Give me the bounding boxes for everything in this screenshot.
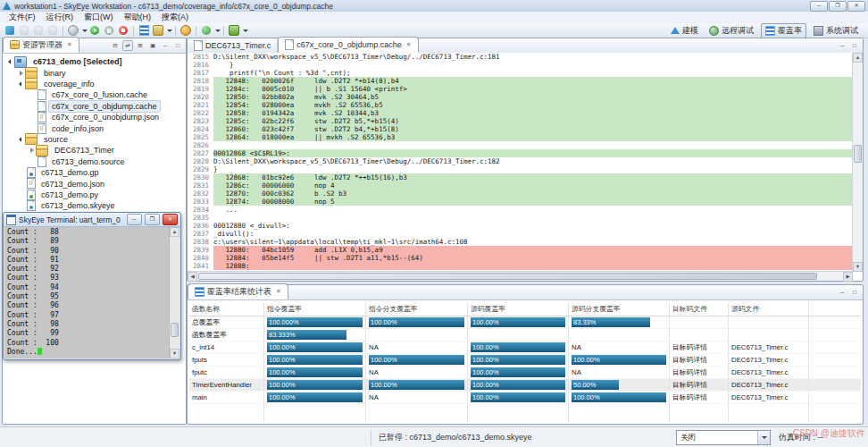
tree-item-source[interactable]: source — [3, 134, 186, 145]
menu-item-r[interactable]: 运行(R) — [41, 12, 79, 23]
expanded-arrow-icon[interactable] — [17, 82, 25, 86]
collapse-all-icon[interactable]: ⊟ — [110, 40, 121, 51]
expanded-arrow-icon[interactable] — [17, 138, 25, 141]
vscroll-thumb[interactable] — [854, 145, 862, 163]
minimize-view-icon[interactable]: ─ — [160, 40, 171, 51]
minimize-editor-icon[interactable]: ─ — [837, 40, 847, 51]
chevron-down-icon[interactable] — [757, 431, 770, 444]
editor-tab-dec6713_timer-c[interactable]: DEC6713_Timer.c — [188, 38, 278, 53]
mode-dropdown[interactable]: 关闭 — [676, 430, 771, 445]
tree-item-c67x_core_0_objdump-cache[interactable]: c67x_core_0_objdump.cache — [3, 101, 186, 112]
menu-item-w[interactable]: 窗口(W) — [79, 12, 119, 23]
terminal-minimize-button[interactable]: ─ — [127, 214, 142, 225]
tree-item-c6713_demo-gp[interactable]: c6713_demo.gp — [3, 167, 186, 178]
terminal-scroll-thumb[interactable] — [171, 323, 179, 337]
tree-item-c6713_demo-json[interactable]: c6713_demo.json — [3, 178, 186, 189]
table-row-main[interactable]: main100.00%NA100.00%100.00%目标码详情DEC6713_… — [189, 392, 861, 404]
perspective-modeling[interactable]: 建模 — [667, 24, 702, 38]
column-header-5[interactable]: 目标码文件 — [670, 302, 729, 316]
run-icon[interactable] — [88, 25, 102, 37]
column-header-3[interactable]: 源码覆盖率 — [468, 302, 569, 316]
pause-icon[interactable] — [103, 25, 116, 37]
hscroll-thumb[interactable] — [198, 273, 817, 280]
tree-item-coverage_info[interactable]: coverage_info — [3, 79, 186, 89]
tree-item-c6713_demo-skyeye[interactable]: c6713_demo.skyeye — [3, 200, 186, 211]
expand-icon[interactable]: ⊞ — [135, 40, 146, 51]
close-button[interactable]: ✕ — [847, 1, 865, 12]
link-with-editor-icon[interactable]: ⇄ — [122, 40, 133, 51]
step-mode-dropdown-icon[interactable] — [81, 25, 88, 37]
terminal-restore-button[interactable]: ❐ — [145, 214, 160, 225]
tab-resource-explorer[interactable]: 资源管理器 ✕ — [3, 37, 79, 53]
tree-item-c67x_core_0_unobjdump-json[interactable]: c67x_core_0_unobjdump.json — [3, 112, 186, 122]
tree-item-c6713_demo-selected-[interactable]: c6713_demo [Selected] — [3, 56, 186, 67]
tree-item-binary[interactable]: binary — [3, 67, 186, 78]
editor-vertical-scrollbar[interactable]: ▲ ▼ — [852, 53, 863, 272]
menu-item-f[interactable]: 文件(F) — [4, 12, 41, 23]
tree-item-c67x_core_0_fusion-cache[interactable]: c67x_core_0_fusion.cache — [3, 89, 186, 100]
close-icon[interactable]: ✕ — [276, 288, 281, 295]
minimize-button[interactable]: ─ — [810, 1, 828, 12]
column-header-7[interactable] — [809, 302, 861, 316]
terminal-close-button[interactable]: ✕ — [163, 214, 178, 225]
table-row-timereventhandler[interactable]: TimerEventHandler100.00%100.00%100.00%50… — [189, 379, 861, 392]
collapsed-arrow-icon[interactable] — [17, 71, 25, 76]
menu-item-h[interactable]: 帮助(H) — [119, 12, 157, 23]
maximize-editor-icon[interactable]: □ — [849, 40, 860, 51]
maximize-view-icon[interactable]: □ — [172, 40, 183, 51]
terminal-body[interactable]: Count : 88Count : 89Count : 90Count : 91… — [4, 227, 179, 358]
scroll-up-icon[interactable]: ▲ — [853, 53, 863, 63]
scroll-left-icon[interactable]: ◀ — [188, 272, 197, 282]
skyeye-terminal-window[interactable]: SkyEye Terminal: uart_term_0 ─ ❐ ✕ Count… — [3, 212, 181, 360]
coverage-icon[interactable] — [138, 25, 151, 37]
perspective-coverage[interactable]: 覆盖率 — [761, 23, 806, 38]
column-header-6[interactable]: 源码文件 — [729, 302, 809, 316]
scroll-down-icon[interactable]: ▼ — [170, 349, 179, 358]
scroll-down-icon[interactable]: ▼ — [853, 262, 863, 272]
scroll-right-icon[interactable]: ▶ — [843, 272, 853, 282]
filter-icon[interactable]: ▣ — [147, 40, 158, 51]
editor-tab-c67x_core_0_objdump-cache[interactable]: c67x_core_0_objdump.cache✕ — [278, 37, 418, 53]
perspective-remote-debug[interactable]: 远程调试 — [705, 24, 757, 38]
table-row--[interactable]: 总覆盖率100.000%100.00%100.00%83.33% — [189, 316, 861, 329]
step-mode-icon[interactable] — [67, 25, 80, 37]
minimize-panel-icon[interactable]: ─ — [837, 287, 847, 298]
editor-content[interactable]: 2815D:\Silent_DXX\workspace_v5_5\DEC6713… — [188, 53, 853, 272]
column-header-4[interactable]: 源码分支覆盖率 — [569, 302, 670, 316]
terminal-scrollbar[interactable]: ▲ ▼ — [169, 227, 179, 358]
collapsed-arrow-icon[interactable] — [28, 148, 36, 153]
scroll-up-icon[interactable]: ▲ — [170, 227, 179, 237]
skyeye-config-icon[interactable] — [4, 25, 17, 37]
terminal-titlebar[interactable]: SkyEye Terminal: uart_term_0 ─ ❐ ✕ — [4, 213, 180, 227]
tree-item-code_info-json[interactable]: code_info.json — [3, 122, 186, 133]
target-detail-link[interactable]: 目标码详情 — [670, 379, 729, 391]
profiling-icon[interactable] — [179, 25, 193, 37]
restore-button[interactable]: ❐ — [829, 1, 847, 12]
table-row-fputs[interactable]: fputs100.00%100.00%100.00%100.00%目标码详情DE… — [189, 354, 861, 367]
expanded-arrow-icon[interactable] — [6, 60, 14, 63]
close-icon[interactable]: ✕ — [406, 41, 412, 48]
external-tools-icon[interactable] — [228, 25, 241, 37]
column-header-1[interactable]: 指令覆盖率 — [264, 302, 366, 316]
column-header-2[interactable]: 指令分支覆盖率 — [366, 302, 468, 316]
target-detail-link[interactable]: 目标码详情 — [670, 392, 729, 403]
table-row-fputc[interactable]: fputc100.00%NA100.00%NA目标码详情DEC6713_Time… — [189, 367, 861, 379]
external-tools-dropdown-icon[interactable] — [242, 25, 248, 37]
tree-item-dec6713_timer[interactable]: DEC6713_Timer — [3, 145, 186, 156]
perspective-system-debug[interactable]: 系统调试 — [810, 24, 862, 38]
coverage-settings-dropdown-icon[interactable] — [166, 25, 172, 37]
editor-horizontal-scrollbar[interactable]: ◀ ▶ — [188, 271, 853, 281]
target-detail-link[interactable]: 目标码详情 — [670, 342, 729, 353]
table-row--[interactable]: 函数覆盖率83.333% — [189, 329, 861, 342]
maximize-panel-icon[interactable]: □ — [849, 287, 860, 298]
target-detail-link[interactable]: 目标码详情 — [670, 354, 729, 366]
stop-icon[interactable] — [117, 25, 130, 37]
tree-item-c6713_demo-py[interactable]: c6713_demo.py — [3, 190, 186, 200]
close-icon[interactable]: ✕ — [67, 41, 72, 48]
menu-item-a[interactable]: 搜索(A) — [156, 12, 194, 23]
table-row-c_int14[interactable]: c_int14100.00%NA100.00%NA目标码详情DEC6713_Ti… — [189, 342, 861, 354]
run-config-dropdown-icon[interactable] — [214, 25, 221, 37]
target-detail-link[interactable]: 目标码详情 — [670, 367, 729, 378]
column-header-0[interactable]: 函数名称 — [189, 302, 264, 316]
tab-coverage-table[interactable]: 覆盖率结果统计表 ✕ — [188, 283, 288, 299]
